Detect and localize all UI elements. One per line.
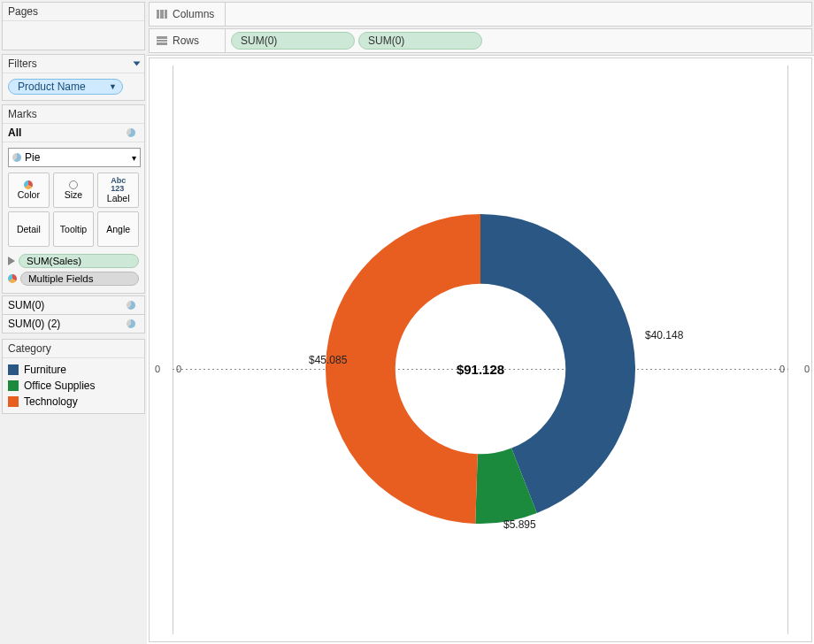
slice-label-furniture: $40.148 bbox=[645, 329, 683, 341]
pie-icon bbox=[127, 128, 135, 137]
rows-shelf[interactable]: Rows SUM(0) SUM(0) bbox=[149, 28, 812, 53]
label-icon: Abc123 bbox=[111, 177, 126, 193]
pages-label: Pages bbox=[8, 5, 38, 18]
filters-header[interactable]: Filters bbox=[3, 55, 144, 73]
marks-all-label: All bbox=[8, 126, 21, 139]
app-root: Pages Filters Product Name ▼ Marks All bbox=[0, 0, 814, 644]
row-pill-label: SUM(0) bbox=[368, 34, 404, 47]
legend-label: Office Supplies bbox=[24, 380, 96, 392]
marks-panel: Marks All Pie ▾ Color Size Abc123Label D… bbox=[2, 104, 145, 294]
mark-card-angle[interactable]: Angle bbox=[97, 211, 139, 247]
chevron-down-icon: ▾ bbox=[132, 153, 136, 163]
filter-pill-product-name[interactable]: Product Name ▼ bbox=[8, 79, 123, 95]
pages-panel: Pages bbox=[2, 2, 145, 50]
sidebar: Pages Filters Product Name ▼ Marks All bbox=[0, 0, 147, 644]
marks-sum0-2-row[interactable]: SUM(0) (2) bbox=[2, 315, 145, 334]
axis-left-value: 0 bbox=[155, 364, 160, 374]
slice-label-office: $5.895 bbox=[503, 518, 536, 531]
legend-label: Technology bbox=[24, 395, 78, 408]
row-pill-sum0-1[interactable]: SUM(0) bbox=[231, 32, 355, 50]
legend-swatch bbox=[8, 380, 19, 391]
mark-card-label: Color bbox=[18, 189, 40, 200]
filter-pill-label: Product Name bbox=[18, 80, 86, 93]
mark-card-label: Angle bbox=[106, 224, 130, 234]
marks-sum0-row[interactable]: SUM(0) bbox=[2, 295, 145, 315]
size-icon bbox=[69, 180, 78, 189]
pages-header: Pages bbox=[3, 3, 144, 21]
pie-icon bbox=[127, 319, 135, 328]
category-header: Category bbox=[3, 340, 144, 358]
mark-pill-sumsales-row: SUM(Sales) bbox=[3, 252, 144, 270]
mark-card-tooltip[interactable]: Tooltip bbox=[53, 211, 95, 247]
legend-swatch bbox=[8, 396, 19, 407]
legend-item-technology[interactable]: Technology bbox=[3, 394, 144, 410]
category-legend-panel: Category Furniture Office Supplies Techn… bbox=[2, 339, 145, 414]
marks-type-label: Pie bbox=[25, 151, 40, 164]
legend-item-furniture[interactable]: Furniture bbox=[3, 362, 144, 378]
mark-pill-multiple[interactable]: Multiple Fields bbox=[20, 272, 139, 286]
filters-label: Filters bbox=[8, 58, 37, 70]
marks-label: Marks bbox=[8, 108, 37, 120]
color-glyph-icon bbox=[8, 274, 17, 283]
mark-pill-multiple-row: Multiple Fields bbox=[3, 270, 144, 288]
mark-card-label[interactable]: Abc123Label bbox=[97, 172, 139, 208]
legend-swatch bbox=[8, 364, 19, 375]
mark-card-size[interactable]: Size bbox=[53, 172, 95, 208]
rows-label-text: Rows bbox=[173, 34, 199, 47]
donut-center-label: $91.128 bbox=[457, 362, 504, 377]
legend-body: Furniture Office Supplies Technology bbox=[3, 358, 144, 413]
main-area: Columns Rows SUM(0) SUM(0) bbox=[147, 0, 814, 644]
pie-icon bbox=[12, 153, 21, 162]
mark-card-label: Tooltip bbox=[60, 224, 87, 234]
sum0-2-label: SUM(0) (2) bbox=[8, 318, 60, 330]
axis-right-value: 0 bbox=[804, 364, 810, 374]
viz-canvas[interactable]: 0 0 0 0 $91.128 $40.148 $5.895 $45.085 bbox=[149, 58, 812, 642]
rows-shelf-label: Rows bbox=[150, 29, 226, 52]
marks-all-row[interactable]: All bbox=[3, 124, 144, 142]
mark-card-color[interactable]: Color bbox=[8, 172, 50, 208]
columns-icon bbox=[157, 10, 167, 19]
columns-shelf[interactable]: Columns bbox=[149, 2, 812, 27]
category-label: Category bbox=[8, 342, 51, 355]
axis-left-tick: 0 bbox=[176, 364, 181, 374]
mark-card-label: Detail bbox=[17, 224, 41, 234]
chevron-down-icon bbox=[134, 62, 141, 66]
filters-body: Product Name ▼ bbox=[3, 73, 144, 100]
mark-cards: Color Size Abc123Label Detail Tooltip An… bbox=[3, 172, 144, 252]
marks-type-select[interactable]: Pie ▾ bbox=[8, 148, 141, 167]
legend-label: Furniture bbox=[24, 364, 66, 376]
rows-pills: SUM(0) SUM(0) bbox=[226, 32, 482, 50]
slice-label-technology: $45.085 bbox=[309, 354, 347, 366]
mark-card-detail[interactable]: Detail bbox=[8, 211, 50, 247]
marks-header: Marks bbox=[3, 105, 144, 124]
mark-pill-sumsales[interactable]: SUM(Sales) bbox=[19, 254, 139, 268]
pages-body[interactable] bbox=[3, 21, 144, 50]
color-icon bbox=[24, 180, 33, 189]
row-pill-sum0-2[interactable]: SUM(0) bbox=[358, 32, 482, 50]
mark-card-label: Size bbox=[65, 189, 82, 200]
shelves: Columns Rows SUM(0) SUM(0) bbox=[147, 0, 814, 56]
legend-item-office-supplies[interactable]: Office Supplies bbox=[3, 378, 144, 394]
axis-right-tick: 0 bbox=[779, 364, 785, 374]
filters-panel: Filters Product Name ▼ bbox=[2, 54, 145, 101]
chevron-down-icon: ▼ bbox=[109, 82, 117, 91]
pie-icon bbox=[127, 301, 135, 310]
mark-card-label: Label bbox=[107, 193, 130, 203]
label-glyph-icon bbox=[8, 257, 15, 265]
columns-shelf-label: Columns bbox=[150, 3, 226, 26]
rows-icon bbox=[157, 36, 167, 45]
row-pill-label: SUM(0) bbox=[241, 34, 277, 47]
columns-label-text: Columns bbox=[173, 8, 214, 20]
sum0-label: SUM(0) bbox=[8, 299, 44, 311]
